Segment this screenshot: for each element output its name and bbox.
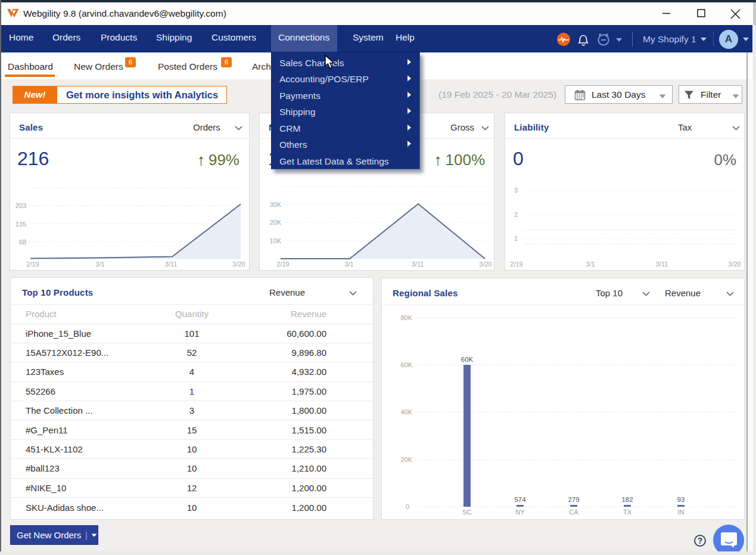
svg-text:30K: 30K — [269, 201, 281, 208]
svg-text:3/20: 3/20 — [479, 261, 491, 268]
svg-text:0: 0 — [406, 503, 409, 510]
svg-text:2: 2 — [514, 211, 518, 218]
svg-text:574: 574 — [514, 496, 526, 503]
svg-text:135: 135 — [15, 221, 26, 228]
svg-text:20K: 20K — [269, 219, 281, 226]
svg-text:3/20: 3/20 — [232, 261, 245, 268]
svg-text:3/11: 3/11 — [412, 261, 424, 268]
svg-text:TX: TX — [623, 509, 632, 516]
svg-text:68: 68 — [19, 238, 26, 246]
svg-text:1: 1 — [514, 235, 518, 242]
svg-text:93: 93 — [677, 496, 685, 503]
svg-text:3/1: 3/1 — [344, 261, 353, 268]
svg-text:279: 279 — [568, 496, 579, 503]
svg-text:3/1: 3/1 — [586, 261, 595, 268]
svg-text:203: 203 — [15, 202, 26, 209]
svg-text:20K: 20K — [400, 456, 412, 463]
svg-text:IN: IN — [678, 509, 685, 516]
svg-text:182: 182 — [621, 496, 633, 503]
svg-text:3/1: 3/1 — [95, 261, 104, 268]
svg-text:80K: 80K — [400, 314, 412, 321]
svg-text:2/19: 2/19 — [276, 261, 289, 268]
svg-text:3/11: 3/11 — [165, 261, 178, 268]
svg-text:60K: 60K — [461, 356, 474, 363]
svg-text:NY: NY — [515, 509, 525, 516]
svg-text:40K: 40K — [400, 408, 412, 416]
svg-text:3: 3 — [514, 187, 518, 194]
svg-text:SC: SC — [462, 509, 471, 516]
svg-text:3/20: 3/20 — [728, 261, 741, 268]
svg-text:2/19: 2/19 — [510, 261, 522, 268]
svg-text:2/19: 2/19 — [26, 261, 39, 268]
svg-text:10K: 10K — [269, 237, 281, 244]
svg-text:3/11: 3/11 — [656, 261, 668, 268]
svg-text:CA: CA — [569, 509, 578, 516]
svg-text:60K: 60K — [400, 361, 412, 368]
